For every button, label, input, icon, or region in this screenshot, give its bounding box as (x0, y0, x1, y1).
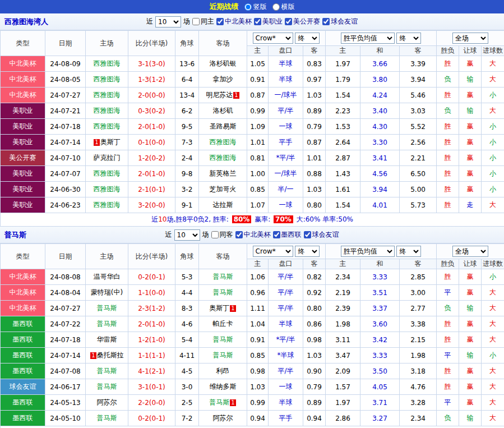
league-filter[interactable]: 美公开赛 (285, 17, 320, 26)
sub-result-wdl: 胜负 (437, 46, 459, 56)
games-count-select[interactable]: 10 (174, 229, 200, 241)
home-team-name[interactable]: 蒙特瑞(中) (91, 288, 123, 296)
league-filter[interactable]: 墨西联 (273, 230, 302, 240)
away-team-cell: 阿苏尔 (199, 411, 247, 426)
away-team-name[interactable]: 帕丘卡 (213, 320, 233, 328)
away-team-name[interactable]: 普马斯 (213, 335, 233, 343)
home-team-name[interactable]: 阿苏尔 (97, 398, 117, 406)
away-team-name[interactable]: 洛杉矶银 (210, 59, 237, 67)
odds-company-select[interactable]: Crow* (253, 246, 293, 257)
home-team-name[interactable]: 普马斯 (97, 304, 117, 312)
home-team-name[interactable]: 普马斯 (97, 320, 117, 328)
home-team-name[interactable]: 西雅图海 (94, 59, 121, 67)
team-title[interactable]: 普马斯 (4, 230, 26, 240)
asia-odds-header: Crow* 终 (247, 244, 326, 259)
odds-company-select[interactable]: Crow* (253, 33, 293, 44)
league-checkbox[interactable] (322, 18, 330, 25)
league-filter[interactable]: 中北美杯 (216, 17, 252, 26)
match-row: 美职业24-07-21西雅图海0-3(0-2)6-2洛杉矶0.99平/半0.89… (1, 103, 504, 119)
score-cell: 3-2(0-0) (128, 197, 175, 213)
home-team-name[interactable]: 萨克拉门 (94, 154, 121, 162)
layout-vertical-option[interactable]: 竖版 (244, 2, 267, 12)
league-type-cell: 中北美杯 (1, 72, 45, 88)
same-venue-checkbox[interactable] (192, 18, 200, 25)
league-checkbox[interactable] (216, 18, 224, 25)
europe-final-select[interactable]: 终 (396, 246, 421, 257)
away-team-name[interactable]: 普马斯 (209, 398, 229, 406)
league-checkbox[interactable] (273, 231, 280, 238)
europe-odds-select[interactable]: 胜平负均值 (341, 246, 395, 257)
away-team-name[interactable]: 普马斯 (213, 288, 233, 296)
odds-draw-cell: 4.01 (360, 197, 400, 213)
asia-final-select[interactable]: 终 (295, 246, 320, 257)
odds-away-cell: 5.52 (400, 119, 437, 135)
home-team-name[interactable]: 桑托斯拉 (97, 351, 124, 359)
away-team-name[interactable]: 西雅图海 (210, 154, 237, 162)
odds-home-cell: 1.97 (326, 56, 360, 72)
games-count-select[interactable]: 10 (155, 16, 181, 27)
home-team-name[interactable]: 普马斯 (97, 383, 117, 390)
layout-horizontal-option[interactable]: 横版 (272, 2, 295, 12)
away-team-name[interactable]: 新英格兰 (210, 169, 237, 177)
home-team-name[interactable]: 华雷斯 (97, 335, 117, 343)
same-venue-checkbox[interactable] (211, 231, 219, 238)
league-filter[interactable]: 中北美杯 (235, 230, 271, 240)
horizontal-label: 横版 (281, 2, 295, 12)
league-checkbox[interactable] (304, 231, 311, 238)
away-team-name[interactable]: 普马斯 (213, 351, 233, 359)
col-date: 日期 (45, 244, 86, 269)
home-team-name[interactable]: 普马斯 (97, 367, 117, 375)
home-team-name[interactable]: 温哥华白 (94, 273, 121, 280)
away-team-name[interactable]: 芝加哥火 (210, 185, 237, 193)
result-wdl-cell: 负 (437, 103, 459, 119)
result-goals-cell: 小 (482, 135, 504, 150)
vertical-radio[interactable] (244, 3, 252, 11)
same-venue-filter[interactable]: 同客 (211, 230, 233, 240)
away-team-name[interactable]: 奥斯丁 (209, 304, 229, 312)
home-team-name[interactable]: 普马斯 (97, 414, 117, 422)
europe-final-select[interactable]: 终 (396, 33, 421, 44)
home-team-name[interactable]: 西雅图海 (94, 201, 121, 209)
team-title[interactable]: 西雅图海湾人 (4, 17, 48, 27)
league-checkbox[interactable] (254, 18, 261, 25)
league-filter[interactable]: 球会友谊 (304, 230, 339, 240)
horizontal-radio[interactable] (272, 3, 280, 11)
away-team-name[interactable]: 拿加沙 (213, 75, 233, 83)
home-team-name[interactable]: 西雅图海 (94, 91, 121, 99)
result-wdl-cell: 胜 (437, 363, 459, 379)
away-team-name[interactable]: 西雅图海 (210, 138, 237, 146)
home-team-name[interactable]: 西雅图海 (94, 169, 121, 177)
home-team-name[interactable]: 西雅图海 (94, 122, 121, 130)
match-date-cell: 24-06-23 (45, 197, 86, 213)
asia-final-select[interactable]: 终 (295, 33, 320, 44)
away-team-name[interactable]: 圣路易斯 (210, 122, 237, 130)
home-team-name[interactable]: 奥斯丁 (100, 138, 121, 146)
scope-select[interactable]: 全场 (452, 33, 488, 44)
away-team-name[interactable]: 达拉斯 (213, 201, 233, 209)
away-team-name[interactable]: 明尼苏达 (206, 91, 233, 99)
same-venue-filter[interactable]: 同主 (192, 17, 214, 26)
europe-odds-header: 胜平负均值 终 (326, 244, 437, 259)
corner-cell: 9-1 (175, 197, 199, 213)
home-team-name[interactable]: 西雅图海 (94, 75, 121, 83)
away-team-name[interactable]: 洛杉矶 (213, 107, 233, 114)
scope-header: 全场 (437, 31, 504, 46)
league-checkbox[interactable] (235, 231, 243, 238)
league-checkbox[interactable] (285, 18, 292, 25)
home-team-name[interactable]: 西雅图海 (94, 107, 121, 114)
away-water-cell: 1.01 (303, 150, 326, 166)
odds-away-cell: 5.00 (400, 182, 437, 197)
result-goals-cell: 大 (482, 363, 504, 379)
away-team-name[interactable]: 利昂 (216, 367, 230, 375)
result-wdl-cell: 胜 (437, 269, 459, 285)
league-filter[interactable]: 美职业 (254, 17, 283, 26)
away-team-name[interactable]: 阿苏尔 (213, 414, 233, 422)
sub-home-water: 主 (247, 259, 269, 269)
europe-odds-select[interactable]: 胜平负均值 (341, 33, 395, 44)
scope-select[interactable]: 全场 (452, 246, 488, 257)
home-team-name[interactable]: 西雅图海 (94, 185, 121, 193)
away-team-name[interactable]: 普马斯 (213, 273, 233, 280)
away-team-name[interactable]: 维纳多斯 (210, 383, 237, 390)
col-score: 比分(半场) (128, 31, 175, 56)
league-filter[interactable]: 球会友谊 (322, 17, 358, 26)
